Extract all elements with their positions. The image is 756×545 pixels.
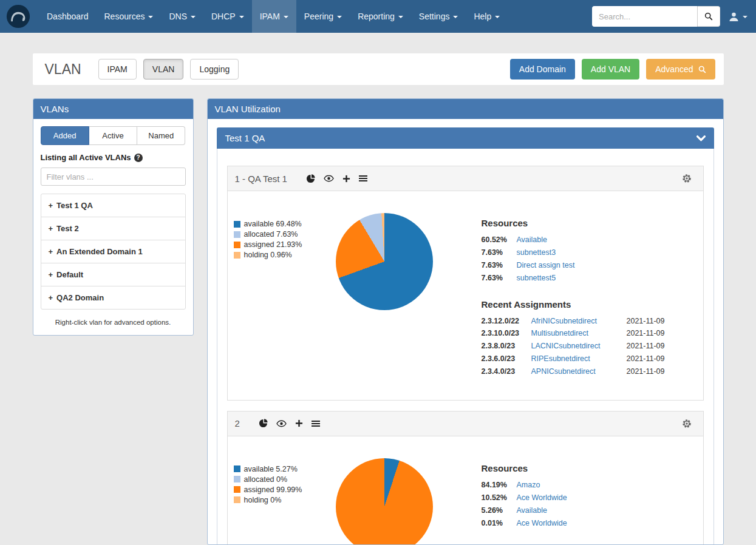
assignment-date: 2021-11-09: [626, 367, 664, 377]
utilization-row-title: 1 - QA Test 1: [235, 174, 287, 184]
resource-link[interactable]: Ace Worldwide: [517, 518, 567, 529]
tab-ipam[interactable]: IPAM: [98, 59, 137, 80]
resource-link[interactable]: Direct assign test: [517, 260, 575, 271]
resource-percent: 10.52%: [482, 493, 517, 503]
legend-label: assigned 99.99%: [244, 486, 302, 494]
vlan-filter-input[interactable]: [41, 168, 186, 186]
global-search: [592, 6, 720, 27]
chevron-down-icon: [696, 135, 706, 141]
assignment-link[interactable]: LACNICsubnetdirect: [531, 341, 601, 351]
app-logo[interactable]: [6, 0, 30, 33]
vlan-group-header[interactable]: Test 1 QA: [217, 127, 714, 149]
tab-vlan[interactable]: VLAN: [143, 59, 184, 80]
resource-percent: 7.63%: [482, 273, 517, 283]
vlan-list-item-extended-domain[interactable]: + An Extended Domain 1: [41, 240, 185, 263]
eye-icon[interactable]: [324, 175, 334, 182]
assignment-link[interactable]: Multisubnetdirect: [531, 328, 589, 339]
resource-percent: 0.01%: [482, 518, 517, 529]
gear-icon[interactable]: [682, 419, 692, 428]
utilization-row-header: 2: [228, 411, 703, 436]
toggle-named[interactable]: Named: [137, 126, 185, 145]
nav-item-ipam[interactable]: IPAM: [252, 0, 296, 33]
nav-item-resources[interactable]: Resources: [97, 0, 162, 33]
page-header: VLAN IPAM VLAN Logging Add Domain Add VL…: [33, 53, 724, 85]
legend-swatch: [234, 221, 240, 228]
eye-icon[interactable]: [276, 420, 287, 427]
plus-icon[interactable]: [295, 419, 303, 427]
nav-item-reporting[interactable]: Reporting: [350, 0, 411, 33]
assignment-cidr: 2.3.10.0/23: [482, 328, 531, 339]
assignment-date: 2021-11-09: [626, 341, 664, 351]
chevron-down-icon: [284, 16, 288, 18]
utilization-row-2: 2: [227, 411, 704, 544]
legend-label: holding 0%: [244, 496, 282, 504]
assignment-cidr: 2.3.8.0/23: [482, 341, 531, 351]
vlan-list-item-default[interactable]: + Default: [41, 263, 185, 286]
chevron-down-icon: [743, 16, 747, 18]
assignment-link[interactable]: APNICsubnetdirect: [531, 367, 596, 377]
help-icon[interactable]: ?: [134, 154, 143, 162]
toggle-added[interactable]: Added: [41, 126, 89, 145]
menu-icon[interactable]: [359, 175, 367, 182]
gear-icon[interactable]: [682, 174, 692, 183]
user-menu[interactable]: [729, 12, 747, 22]
vlan-list-item-test2[interactable]: + Test 2: [41, 217, 185, 240]
panel-title: VLAN Utilization: [215, 104, 281, 114]
vlan-item-label: Test 1 QA: [56, 201, 93, 210]
legend-label: allocated 7.63%: [244, 230, 298, 239]
resource-link[interactable]: Ace Worldwide: [517, 493, 567, 503]
advanced-button[interactable]: Advanced: [646, 59, 715, 80]
resource-link[interactable]: subnettest5: [517, 273, 556, 283]
panel-title: VLANs: [41, 104, 69, 114]
resource-link[interactable]: subnettest3: [517, 248, 556, 258]
menu-icon[interactable]: [312, 420, 320, 427]
vlan-footnote: Right-click vlan for advanced options.: [41, 319, 186, 326]
button-label: Advanced: [655, 64, 693, 74]
nav-item-peering[interactable]: Peering: [296, 0, 350, 33]
resource-link[interactable]: Available: [517, 506, 548, 516]
resource-percent: 60.52%: [482, 235, 517, 245]
resource-link[interactable]: Amazo: [517, 480, 540, 490]
collapse-button[interactable]: [696, 135, 706, 141]
chevron-down-icon: [191, 16, 196, 18]
resource-link[interactable]: Available: [517, 235, 548, 245]
nav-item-dns[interactable]: DNS: [161, 0, 203, 33]
legend-item: allocated 7.63%: [234, 230, 336, 239]
vlan-item-label: An Extended Domain 1: [56, 247, 143, 256]
resource-percent: 84.19%: [482, 480, 517, 490]
expand-icon: +: [49, 270, 53, 279]
nav-item-dhcp[interactable]: DHCP: [203, 0, 252, 33]
pie-chart-icon[interactable]: [259, 419, 268, 428]
add-domain-button[interactable]: Add Domain: [510, 59, 575, 80]
search-button[interactable]: [697, 6, 720, 27]
tab-logging[interactable]: Logging: [190, 59, 239, 80]
chevron-down-icon: [398, 16, 403, 18]
vlan-list-item-qa2-domain[interactable]: + QA2 Domain: [41, 286, 185, 309]
utilization-pie-chart: [336, 213, 433, 310]
nav-item-help[interactable]: Help: [466, 0, 508, 33]
add-vlan-button[interactable]: Add VLAN: [582, 59, 639, 80]
search-icon: [698, 66, 706, 73]
button-label: Add VLAN: [591, 64, 630, 74]
legend-label: holding 0.96%: [244, 251, 292, 259]
legend-swatch: [234, 231, 240, 238]
vlan-utilization-panel: VLAN Utilization Test 1 QA 1 - QA Test 1: [207, 98, 724, 545]
vlan-filter-toggle-group: Added Active Named: [41, 126, 186, 145]
search-input[interactable]: [592, 6, 697, 27]
legend-item: available 5.27%: [234, 465, 336, 473]
nav-item-dashboard[interactable]: Dashboard: [39, 0, 97, 33]
resources-heading: Resources: [482, 218, 665, 228]
plus-icon[interactable]: [342, 175, 350, 183]
assignment-line: 2.3.12.0/22AfriNICsubnetdirect2021-11-09: [482, 316, 665, 327]
toggle-active[interactable]: Active: [89, 126, 137, 145]
assignment-link[interactable]: RIPEsubnetdirect: [531, 354, 590, 364]
assignment-date: 2021-11-09: [626, 316, 664, 327]
vlan-list-item-test1qa[interactable]: + Test 1 QA: [41, 194, 185, 217]
nav-label: Resources: [104, 12, 145, 21]
assignment-link[interactable]: AfriNICsubnetdirect: [531, 316, 597, 327]
pie-chart-icon[interactable]: [306, 174, 315, 183]
nav-label: Reporting: [358, 12, 395, 21]
user-icon: [729, 12, 739, 22]
resources-heading: Resources: [482, 463, 665, 473]
nav-item-settings[interactable]: Settings: [411, 0, 466, 33]
